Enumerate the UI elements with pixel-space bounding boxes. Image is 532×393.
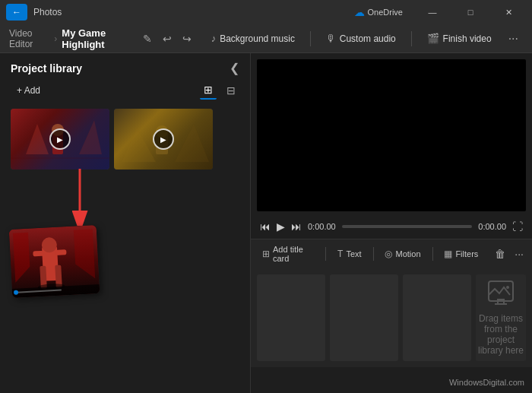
add-title-card-button[interactable]: ⊞ Add title card bbox=[257, 242, 319, 265]
library-toolbar: + Add ⊞ ⊟ bbox=[0, 80, 250, 106]
add-button[interactable]: + Add bbox=[11, 83, 46, 98]
project-library-header: Project library ❮ bbox=[0, 53, 250, 80]
drag-preview-thumb bbox=[9, 225, 100, 298]
storyboard-track: Drag items from the project library here bbox=[257, 274, 526, 361]
timeline-separator bbox=[325, 247, 326, 261]
maximize-button[interactable]: □ bbox=[453, 0, 488, 24]
sub-toolbar: Video Editor › My Game Highlight ✎ ↩ ↪ ♪… bbox=[0, 24, 532, 53]
close-button[interactable]: ✕ bbox=[491, 0, 526, 24]
custom-audio-label: Custom audio bbox=[340, 33, 396, 44]
timeline-separator-2 bbox=[373, 247, 374, 261]
breadcrumb: Video Editor › My Game Highlight bbox=[9, 27, 135, 50]
svg-point-29 bbox=[506, 286, 509, 289]
right-panel: ⏮ ▶ ⏭ 0:00.00 0:00.00 ⛶ ⊞ Add title card… bbox=[251, 53, 532, 393]
thumbnail-1[interactable]: ▶ bbox=[11, 109, 109, 170]
main-area: Project library ❮ + Add ⊞ ⊟ bbox=[0, 53, 532, 393]
title-bar: ← Photos ☁ OneDrive — □ ✕ bbox=[0, 0, 532, 24]
drag-drop-text: Drag items from the project library here bbox=[476, 313, 526, 356]
time-end: 0:00.00 bbox=[478, 222, 506, 231]
finish-video-button[interactable]: 🎬 Finish video bbox=[420, 30, 499, 47]
thumbnail-2[interactable]: ▶ bbox=[114, 109, 213, 170]
undo-icon[interactable]: ↩ bbox=[160, 31, 175, 46]
custom-audio-button[interactable]: 🎙 Custom audio bbox=[318, 30, 404, 47]
svg-marker-4 bbox=[79, 120, 102, 154]
text-button[interactable]: T Text bbox=[332, 246, 367, 261]
drag-drop-zone: Drag items from the project library here bbox=[476, 274, 526, 361]
svg-rect-19 bbox=[33, 251, 43, 257]
breadcrumb-parent[interactable]: Video Editor bbox=[9, 28, 49, 49]
add-title-card-label: Add title card bbox=[273, 245, 314, 263]
delete-button[interactable]: 🗑 bbox=[492, 246, 508, 262]
music-icon: ♪ bbox=[211, 33, 217, 44]
red-arrow bbox=[61, 169, 99, 230]
prev-button[interactable]: ⏮ bbox=[260, 220, 271, 233]
title-card-icon: ⊞ bbox=[262, 249, 270, 259]
breadcrumb-current: My Game Highlight bbox=[62, 27, 135, 50]
timeline-toolbar: ⊞ Add title card T Text ◎ Motion ▦ Filte… bbox=[251, 239, 532, 268]
finish-label: Finish video bbox=[443, 33, 492, 44]
progress-bar[interactable] bbox=[342, 225, 473, 228]
onedrive-label: OneDrive bbox=[368, 8, 403, 17]
back-button[interactable]: ← bbox=[6, 4, 27, 21]
breadcrumb-separator: › bbox=[54, 33, 57, 44]
finish-icon: 🎬 bbox=[427, 33, 439, 44]
list-view-button[interactable]: ⊟ bbox=[223, 82, 239, 99]
drag-icon bbox=[487, 280, 515, 307]
arrow-container bbox=[0, 173, 250, 182]
motion-label: Motion bbox=[395, 249, 420, 258]
play-button-1[interactable]: ▶ bbox=[49, 128, 71, 150]
toolbar-separator-2 bbox=[411, 31, 412, 46]
svg-marker-9 bbox=[122, 128, 156, 162]
time-start: 0:00.00 bbox=[308, 222, 336, 231]
video-controls: ⏮ ▶ ⏭ 0:00.00 0:00.00 ⛶ bbox=[251, 217, 532, 239]
left-panel: Project library ❮ + Add ⊞ ⊟ bbox=[0, 53, 251, 393]
cloud-icon: ☁ bbox=[354, 6, 365, 18]
bg-music-label: Background music bbox=[220, 33, 295, 44]
slot-1 bbox=[257, 274, 325, 361]
app-title: Photos bbox=[33, 7, 342, 17]
text-icon: T bbox=[337, 249, 343, 259]
back-icon: ← bbox=[12, 7, 21, 17]
drag-thumb-scene bbox=[9, 225, 100, 298]
onedrive-button[interactable]: ☁ OneDrive bbox=[348, 6, 409, 18]
filters-label: Filters bbox=[455, 249, 478, 258]
svg-rect-20 bbox=[55, 249, 66, 255]
microphone-icon: 🎙 bbox=[326, 33, 336, 44]
add-label: + Add bbox=[17, 85, 40, 96]
storyboard-preview bbox=[0, 182, 250, 302]
minimize-button[interactable]: — bbox=[415, 0, 450, 24]
thumbnails-grid: ▶ ▶ bbox=[0, 106, 250, 173]
redo-icon[interactable]: ↪ bbox=[179, 31, 195, 46]
collapse-button[interactable]: ❮ bbox=[230, 61, 239, 75]
background-music-button[interactable]: ♪ Background music bbox=[204, 30, 302, 47]
grid-view-button[interactable]: ⊞ bbox=[200, 81, 217, 100]
edit-icon[interactable]: ✎ bbox=[140, 31, 155, 46]
play-button-2[interactable]: ▶ bbox=[153, 128, 174, 150]
svg-marker-10 bbox=[175, 124, 209, 162]
slot-3 bbox=[403, 274, 471, 361]
svg-marker-3 bbox=[26, 124, 49, 154]
storyboard-area: Drag items from the project library here bbox=[251, 268, 532, 367]
toolbar-separator bbox=[310, 31, 311, 46]
text-label: Text bbox=[346, 249, 361, 258]
more-options-button[interactable]: ··· bbox=[504, 30, 523, 47]
video-preview bbox=[257, 59, 526, 211]
slot-2 bbox=[330, 274, 398, 361]
motion-icon: ◎ bbox=[385, 249, 392, 259]
timeline-separator-3 bbox=[432, 247, 433, 261]
filters-icon: ▦ bbox=[444, 249, 452, 259]
motion-button[interactable]: ◎ Motion bbox=[379, 246, 426, 261]
watermark: WindowsDigital.com bbox=[449, 378, 524, 387]
window-controls: — □ ✕ bbox=[415, 0, 526, 24]
more-timeline-button[interactable]: ··· bbox=[512, 246, 526, 262]
project-library-title: Project library bbox=[11, 62, 82, 74]
next-button[interactable]: ⏭ bbox=[291, 220, 302, 233]
fullscreen-button[interactable]: ⛶ bbox=[512, 220, 523, 233]
filters-button[interactable]: ▦ Filters bbox=[439, 246, 483, 261]
play-button[interactable]: ▶ bbox=[277, 220, 285, 233]
